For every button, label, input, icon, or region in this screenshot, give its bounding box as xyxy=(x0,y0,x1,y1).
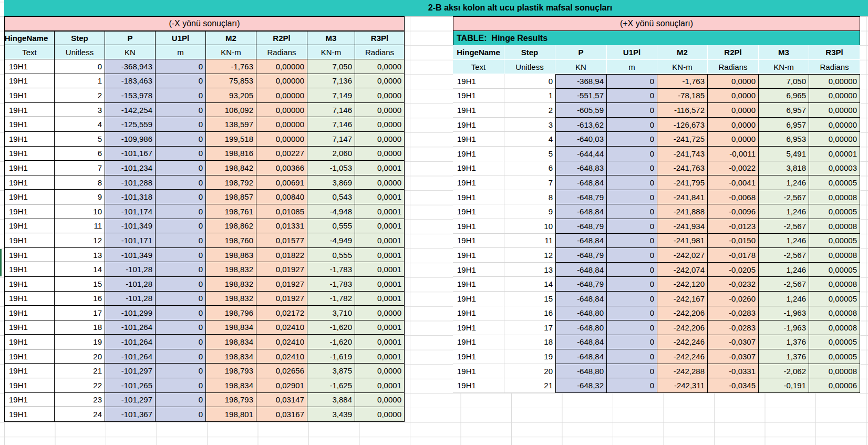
data-cell[interactable]: 23 xyxy=(55,393,105,408)
data-cell[interactable]: 3,710 xyxy=(307,306,355,320)
data-cell[interactable]: 19H1 xyxy=(4,219,55,234)
data-cell[interactable]: 5,491 xyxy=(759,147,809,161)
data-cell[interactable]: 19H1 xyxy=(4,335,55,349)
data-cell[interactable]: 0,0001 xyxy=(355,219,405,234)
data-cell[interactable]: -0,0011 xyxy=(708,147,759,161)
data-cell[interactable]: -101,264 xyxy=(105,320,156,335)
data-cell[interactable]: 1,246 xyxy=(759,234,809,249)
data-cell[interactable]: 0 xyxy=(607,234,657,249)
data-cell[interactable]: 0,00008 xyxy=(809,306,860,321)
data-cell[interactable]: 198,834 xyxy=(206,320,256,335)
unit-cell[interactable]: Radians xyxy=(809,60,860,74)
data-cell[interactable]: 198,832 xyxy=(206,277,256,292)
data-cell[interactable]: 0,0000 xyxy=(355,175,405,190)
data-cell[interactable]: 0 xyxy=(607,306,657,321)
data-cell[interactable]: 18 xyxy=(55,320,105,335)
data-cell[interactable]: 19 xyxy=(55,335,105,349)
data-cell[interactable]: 2 xyxy=(55,88,105,103)
data-cell[interactable]: 5 xyxy=(55,132,105,147)
data-cell[interactable]: -0,0205 xyxy=(708,263,759,277)
data-cell[interactable]: -648,79 xyxy=(555,190,607,205)
data-cell[interactable]: 0,00000 xyxy=(809,103,860,118)
data-cell[interactable]: -242,120 xyxy=(657,277,708,292)
data-cell[interactable]: 7,146 xyxy=(307,117,355,132)
data-cell[interactable]: 198,793 xyxy=(206,393,256,408)
data-cell[interactable]: 0,0000 xyxy=(708,74,759,89)
data-cell[interactable]: -1,783 xyxy=(307,277,355,292)
data-cell[interactable]: 7,147 xyxy=(307,132,355,147)
data-cell[interactable]: 19H1 xyxy=(4,88,55,103)
data-cell[interactable]: 19H1 xyxy=(453,364,504,379)
data-cell[interactable]: 0,00008 xyxy=(809,277,860,292)
data-cell[interactable]: 0,00008 xyxy=(809,320,860,335)
unit-cell[interactable]: KN-m xyxy=(759,60,809,74)
data-cell[interactable]: 3,439 xyxy=(307,407,355,422)
data-cell[interactable]: 0,00005 xyxy=(809,263,860,277)
column-header-cell[interactable]: R3Pl xyxy=(355,31,405,45)
data-cell[interactable]: 19H1 xyxy=(453,263,504,277)
data-cell[interactable]: -241,763 xyxy=(657,161,708,176)
unit-cell[interactable]: Text xyxy=(4,45,55,59)
data-cell[interactable]: 0 xyxy=(607,204,657,219)
data-cell[interactable]: -1,620 xyxy=(307,320,355,335)
data-cell[interactable]: -142,254 xyxy=(105,103,156,118)
data-cell[interactable]: 198,857 xyxy=(206,190,256,204)
data-cell[interactable]: -1,782 xyxy=(307,292,355,306)
data-cell[interactable]: -0,0041 xyxy=(708,175,759,190)
data-cell[interactable]: -0,0178 xyxy=(708,248,759,263)
column-header-cell[interactable]: M2 xyxy=(206,31,256,45)
data-cell[interactable]: 19H1 xyxy=(453,234,504,249)
data-cell[interactable]: 19H1 xyxy=(4,103,55,118)
data-cell[interactable]: 10 xyxy=(504,219,555,234)
data-cell[interactable]: 19H1 xyxy=(4,407,55,422)
data-cell[interactable]: 0,0000 xyxy=(355,132,405,147)
data-cell[interactable]: 0,00005 xyxy=(809,204,860,219)
data-cell[interactable]: 0 xyxy=(156,320,206,335)
data-cell[interactable]: 0,02410 xyxy=(256,349,307,364)
data-cell[interactable]: 0,00005 xyxy=(809,349,860,364)
data-cell[interactable]: 3 xyxy=(504,118,555,132)
data-cell[interactable]: 0,00000 xyxy=(256,103,307,118)
data-cell[interactable]: -101,174 xyxy=(105,204,156,219)
data-cell[interactable]: -368,943 xyxy=(105,59,156,74)
data-cell[interactable]: 19H1 xyxy=(4,161,55,175)
data-cell[interactable]: -78,185 xyxy=(657,89,708,104)
data-cell[interactable]: 7 xyxy=(504,175,555,190)
data-cell[interactable]: 0 xyxy=(607,118,657,132)
data-cell[interactable]: 1,376 xyxy=(759,349,809,364)
data-cell[interactable]: 0 xyxy=(607,132,657,147)
data-cell[interactable]: 0,0001 xyxy=(355,161,405,175)
data-cell[interactable]: 15 xyxy=(504,292,555,306)
data-cell[interactable]: 0,01577 xyxy=(256,233,307,248)
data-cell[interactable]: -644,44 xyxy=(555,147,607,161)
data-cell[interactable]: -241,841 xyxy=(657,190,708,205)
data-cell[interactable]: -101,234 xyxy=(105,161,156,175)
data-cell[interactable]: 0,0000 xyxy=(355,147,405,161)
title-banner[interactable]: 2-B aksı kolon alt ucu plastik mafsal so… xyxy=(4,0,868,16)
data-cell[interactable]: 0 xyxy=(156,407,206,422)
data-cell[interactable]: 0 xyxy=(156,262,206,277)
data-cell[interactable]: 0 xyxy=(156,306,206,320)
data-cell[interactable]: 19H1 xyxy=(4,204,55,219)
data-cell[interactable]: 0 xyxy=(607,161,657,176)
data-cell[interactable]: 0,0000 xyxy=(355,59,405,74)
data-cell[interactable]: 19H1 xyxy=(4,132,55,147)
data-cell[interactable]: 0,00008 xyxy=(809,248,860,263)
data-cell[interactable]: 19H1 xyxy=(453,219,504,234)
data-cell[interactable]: -101,167 xyxy=(105,147,156,161)
data-cell[interactable]: 1 xyxy=(504,89,555,104)
data-cell[interactable]: -0,0123 xyxy=(708,219,759,234)
data-cell[interactable]: -242,311 xyxy=(657,378,708,393)
data-cell[interactable]: -1,053 xyxy=(307,161,355,175)
data-cell[interactable]: 10 xyxy=(55,204,105,219)
data-cell[interactable]: 3 xyxy=(55,103,105,118)
data-cell[interactable]: 0,0001 xyxy=(355,248,405,263)
data-cell[interactable]: 20 xyxy=(55,349,105,364)
data-cell[interactable]: 21 xyxy=(55,364,105,378)
data-cell[interactable]: 0 xyxy=(607,292,657,306)
data-cell[interactable]: 19H1 xyxy=(453,349,504,364)
data-cell[interactable]: 19H1 xyxy=(4,74,55,89)
data-cell[interactable]: -101,28 xyxy=(105,292,156,306)
data-cell[interactable]: 17 xyxy=(504,320,555,335)
data-cell[interactable]: 0 xyxy=(156,292,206,306)
